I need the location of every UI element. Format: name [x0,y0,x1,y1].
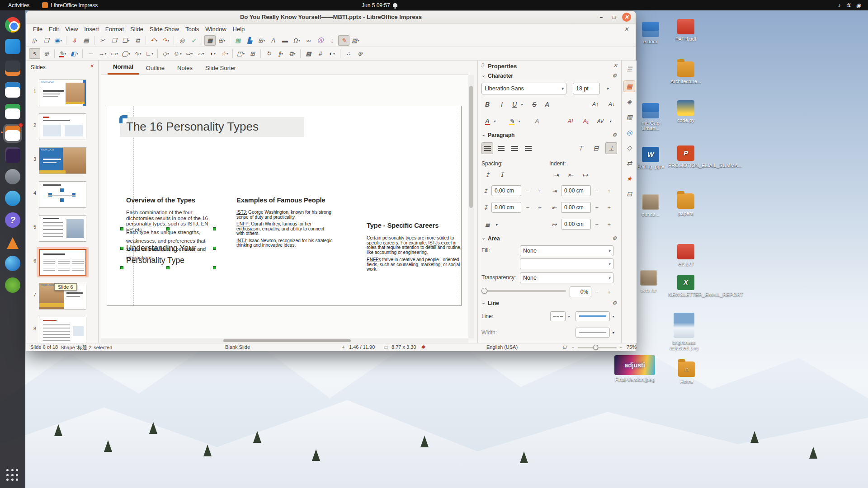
line-width-select[interactable] [576,328,610,338]
clone-formatting-button[interactable]: ⧉ [132,35,143,46]
desktop-icon-xls[interactable]: XNEWSLETTER_EMAIL_REPORT [668,275,703,297]
outline-font-button[interactable]: A [531,115,543,127]
filter-button[interactable]: ◐▾ [326,48,338,59]
line-style-dropdown-button[interactable]: ▾ [566,311,572,321]
horizontal-scrollbar-thumb[interactable] [223,339,351,342]
menu-slide[interactable]: Slide [127,24,146,34]
dock-vlc-button[interactable] [4,233,22,251]
show-draw-functions-button[interactable]: ✎ [338,35,349,46]
block-arrows-button[interactable]: ⇨▾ [184,48,195,59]
spelling-button[interactable]: ✓ [188,35,199,46]
status-zoom-percent[interactable]: 75% [627,344,637,350]
fill-type-select[interactable]: None ▾ [520,245,613,256]
dock-vscode-button[interactable] [4,38,22,56]
slide-thumbnail-2[interactable] [39,113,86,140]
col1-heading[interactable]: Overview of the Types [126,197,195,204]
font-size-combobox[interactable]: 18 pt [573,83,600,94]
deck-properties-tab[interactable]: ▤ [623,80,635,92]
horizontal-scrollbar[interactable] [101,338,468,343]
selection-handle-s[interactable] [166,266,170,269]
first-line-indent-minus[interactable]: − [593,220,601,229]
curve-button[interactable]: ∿▾ [132,48,143,59]
desktop-icon-python[interactable]: code.py [668,100,703,123]
transparency-plus[interactable]: + [605,287,613,296]
indent-after-input[interactable]: 0.00 cm [561,202,591,213]
hyperlink-button[interactable]: ∞ [303,35,314,46]
transparency-slider-thumb[interactable] [481,288,487,294]
deck-navigator-tab[interactable]: ◎ [623,127,635,138]
dock-help-button[interactable]: ? [4,211,22,229]
dock-calc-button[interactable] [4,103,22,121]
spacing-below-input[interactable]: 0.00 cm [491,202,521,213]
desktop-icon-word[interactable]: WEditing .pptx [633,147,668,169]
slide-thumbnail-5[interactable] [39,215,86,242]
desktop-icon-doc-gap[interactable]: me Gap Urban... [633,103,668,131]
transparency-type-select[interactable]: None ▾ [520,272,613,283]
clock-menu[interactable]: Jun 5 09:57 [362,2,397,9]
selected-shape-text[interactable]: Understanding Your Personality Type [126,242,215,267]
tab-normal[interactable]: Normal [108,61,139,75]
gear-icon[interactable]: ⚙ [612,132,617,138]
transparency-minus[interactable]: − [593,287,601,296]
open-button[interactable]: ❒ [41,35,52,46]
redo-button[interactable]: ↷▾ [160,35,171,46]
col2-body[interactable]: ISTJ: George Washington, known for his s… [236,210,333,250]
unsaved-changes-icon[interactable]: ✱ [421,344,425,350]
selected-shape-title2[interactable]: Understanding Your Personality Type [122,229,214,267]
bold-button[interactable]: B [481,99,493,110]
align-left-button[interactable] [481,142,493,154]
selection-handle-ne[interactable] [213,227,216,230]
sidebar-settings-button[interactable]: ☰ [623,63,635,75]
gear-icon[interactable]: ⚙ [612,300,617,306]
maximize-button[interactable]: □ [609,13,618,22]
rotate-button[interactable]: ↻ [263,48,274,59]
status-layout[interactable]: Blank Slide [225,344,250,350]
print-button[interactable]: ▤ [80,35,92,46]
selection-handle-n[interactable] [166,227,170,230]
tab-outline[interactable]: Outline [141,62,170,75]
activities-button[interactable]: Activities [8,2,29,9]
section-line[interactable]: ⌄ Line ⚙ [478,300,621,308]
menu-view[interactable]: View [62,24,81,34]
slide-thumbnail-3[interactable]: YOUR LOGO [39,147,86,174]
section-paragraph[interactable]: ⌄ Paragraph ⚙ [478,132,621,140]
selection-handle-w[interactable] [120,247,123,250]
cut-button[interactable]: ✂ [97,35,108,46]
fontwork-button[interactable]: Ⓐ [315,35,326,46]
edit-points-button[interactable]: ∴ [343,48,354,59]
deck-shapes-tab[interactable]: ◇ [623,142,635,154]
zoom-in-button[interactable]: + [619,344,622,350]
stars-button[interactable]: ☆▾ [219,48,230,59]
new-button[interactable]: ▯▾ [29,35,40,46]
paste-button[interactable]: ❏▾ [120,35,132,46]
selection-handle-sw[interactable] [120,266,123,269]
desktop-icon-ppt[interactable]: PPROMOTION_EMAIL_SUMMA... [668,145,703,168]
increase-paragraph-spacing-button[interactable]: ↥ [481,169,493,181]
hanging-indent-button[interactable]: ↦ [579,169,591,181]
find-replace-button[interactable]: ◎ [176,35,188,46]
desktop-icon-ounds[interactable]: ounds... [633,194,668,217]
gear-icon[interactable]: ⚙ [612,235,617,241]
desktop-icon-image-final[interactable]: adjustiFinal-Version.jpeg [613,355,656,382]
insert-textbox-button[interactable]: A [268,35,279,46]
select-tool-button[interactable]: ↖ [29,48,40,59]
arrange-button[interactable]: ⧉▾ [287,48,298,59]
export-pdf-button[interactable]: ⇓ [69,35,80,46]
highlight-dropdown-button[interactable]: ▾ [516,115,522,127]
edit-canvas[interactable]: The 16 Personality Types Overview of the… [101,75,468,338]
superscript-button[interactable]: A¹ [565,115,576,127]
menu-slideshow[interactable]: Slide Show [146,24,182,34]
selection-handle-se[interactable] [213,266,216,269]
menu-edit[interactable]: Edit [46,24,62,34]
indent-before-input[interactable]: 0.00 cm [561,185,591,196]
desktop-icon-home[interactable]: ⌂Home [669,361,704,384]
spacing-below-minus[interactable]: − [524,203,532,212]
deck-transitions-tab[interactable]: ⇄ [623,157,635,169]
line-spacing-button[interactable]: ≣ [481,219,493,230]
selection-handle-nw[interactable] [120,227,123,230]
transparency-percent-input[interactable]: 0% [570,286,591,297]
slide-thumbnail-6[interactable] [39,249,86,276]
line-width-dropdown-button[interactable]: ▾ [610,328,616,338]
insert-chart-button[interactable]: ▙ [244,35,255,46]
connector-button[interactable]: ∟▾ [144,48,155,59]
